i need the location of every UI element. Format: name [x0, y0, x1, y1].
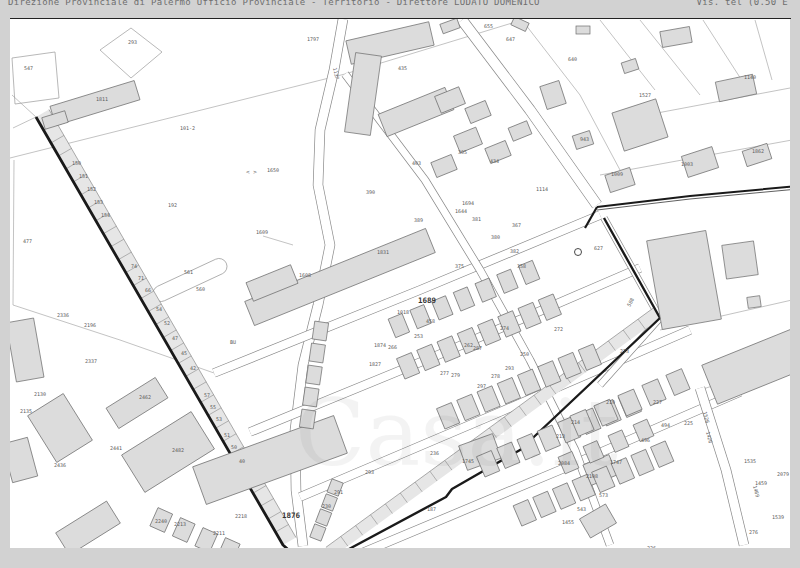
parcel-number-label: 53 [216, 416, 222, 422]
parcel-number-label: 50 [231, 444, 237, 450]
parcel-number-label: 1609 [256, 229, 268, 235]
parcel-number-label: 1608 [299, 272, 311, 278]
parcel-number-label: 382 [510, 248, 519, 254]
parcel-number-label: 153 [94, 199, 103, 205]
parcel-number-label: 380 [491, 234, 500, 240]
parcel-number-label: 647 [506, 36, 515, 42]
parcel-number-label: 2211 [213, 530, 225, 536]
parcel-number-label: 2482 [172, 447, 184, 453]
parcel-number-label: 2336 [57, 312, 69, 318]
parcel-number-label: 1689 [418, 296, 437, 305]
parcel-number-label: 150 [72, 160, 81, 166]
header-office-title: Direzione Provinciale di Palermo Ufficio… [8, 0, 540, 7]
parcel-number-label: 1862 [752, 148, 764, 154]
parcel-number-label: 367 [512, 222, 521, 228]
cadastral-map-canvas: 2935471811101-2< >1650192477561560233621… [0, 0, 800, 568]
parcel-number-label: 1535 [744, 458, 756, 464]
parcel-number-label: 277 [440, 370, 449, 376]
parcel-number-label: 381 [472, 216, 481, 222]
parcel-number-label: 2462 [139, 394, 151, 400]
parcel-number-label: 1876 [282, 511, 301, 520]
parcel-number-label: 291 [334, 489, 343, 495]
building [576, 26, 590, 34]
parcel-number-label: 1018 [397, 309, 409, 315]
parcel-number-label: 1874 [374, 342, 386, 348]
parcel-number-label: 1644 [455, 208, 467, 214]
parcel-number-label: 51 [224, 432, 230, 438]
parcel-number-label: 477 [23, 238, 32, 244]
parcel-number-label: 403 [412, 160, 421, 166]
parcel-number-label: 2196 [84, 322, 96, 328]
parcel-number-label: 1831 [377, 249, 389, 255]
parcel-number-label: 1003 [681, 161, 693, 167]
parcel-number-label: 547 [24, 65, 33, 71]
parcel-number-label: 74 [131, 263, 137, 269]
parcel-number-label: 2218 [235, 513, 247, 519]
parcel-number-label: 274 [500, 325, 509, 331]
parcel-number-label: 494 [661, 422, 670, 428]
parcel-number-label: 1527 [639, 92, 651, 98]
parcel-number-label: 358 [517, 263, 526, 269]
parcel-number-label: 560 [196, 286, 205, 292]
parcel-number-label: 287 [473, 345, 482, 351]
parcel-number-label: 262 [464, 342, 473, 348]
parcel-number-label: 42 [190, 365, 196, 371]
parcel-number-label: 435 [398, 65, 407, 71]
parcel-number-label: 227 [653, 399, 662, 405]
parcel-number-label: 52 [164, 320, 170, 326]
parcel-number-label: 230 [322, 503, 331, 509]
map-header: Direzione Provinciale di Palermo Ufficio… [0, 0, 800, 15]
parcel-number-label: 293 [128, 39, 137, 45]
parcel-number-label: 1827 [369, 361, 381, 367]
parcel-number-label: 272 [554, 326, 563, 332]
parcel-number-label: 55 [210, 404, 216, 410]
parcel-number-label: 1455 [562, 519, 574, 525]
parcel-number-label: 40 [239, 458, 245, 464]
parcel-number-label: 66 [145, 287, 151, 293]
parcel-number-label: 2240 [155, 518, 167, 524]
parcel-number-label: < > [246, 168, 257, 175]
parcel-number-label: 45 [181, 350, 187, 356]
parcel-number-label: 573 [599, 492, 608, 498]
parcel-number-label: 389 [414, 217, 423, 223]
parcel-number-label: 496 [641, 437, 650, 443]
parcel-number-label: 375 [455, 263, 464, 269]
parcel-number-label: 266 [388, 344, 397, 350]
parcel-number-label: 273 [620, 348, 629, 354]
parcel-number-label: 2079 [777, 471, 789, 477]
parcel-number-label: 71 [138, 275, 144, 281]
parcel-number-label: 2436 [54, 462, 66, 468]
parcel-number-label: 627 [594, 245, 603, 251]
parcel-number-label: 543 [577, 506, 586, 512]
frame-bottom [0, 548, 800, 568]
parcel-number-label: 2130 [34, 391, 46, 397]
parcel-number-label: 1009 [611, 171, 623, 177]
building [309, 343, 325, 363]
parcel-number-label: 655 [484, 23, 493, 29]
parcel-number-label: 154 [101, 212, 110, 218]
frame-left [0, 0, 10, 568]
parcel-number-label: 640 [568, 56, 577, 62]
parcel-number-label: 1650 [267, 167, 279, 173]
parcel-number-label: 151 [79, 173, 88, 179]
parcel-number-label: 54 [156, 306, 162, 312]
parcel-number-label: 2135 [20, 408, 32, 414]
parcel-number-label: 187 [427, 506, 436, 512]
parcel-number-label: 458 [426, 318, 435, 324]
parcel-number-label: 250 [520, 351, 529, 357]
parcel-number-label: 253 [414, 333, 423, 339]
cadastral-map-page: 2935471811101-2< >1650192477561560233621… [0, 0, 800, 568]
parcel-number-label: 1539 [772, 514, 784, 520]
header-fee-note: Vis. tel (0.50 E [697, 0, 789, 7]
frame-right [790, 0, 800, 568]
parcel-number-label: 279 [451, 372, 460, 378]
parcel-number-label: 1114 [536, 186, 548, 192]
parcel-number-label: 2213 [174, 521, 186, 527]
parcel-number-label: 47 [172, 335, 178, 341]
parcel-number-label: 225 [684, 420, 693, 426]
parcel-number-label: 943 [580, 136, 589, 142]
parcel-number-label: 305 [458, 149, 467, 155]
parcel-number-label: 152 [87, 186, 96, 192]
parcel-number-label: 2441 [110, 445, 122, 451]
watermark-text: Casa.it [295, 380, 618, 487]
